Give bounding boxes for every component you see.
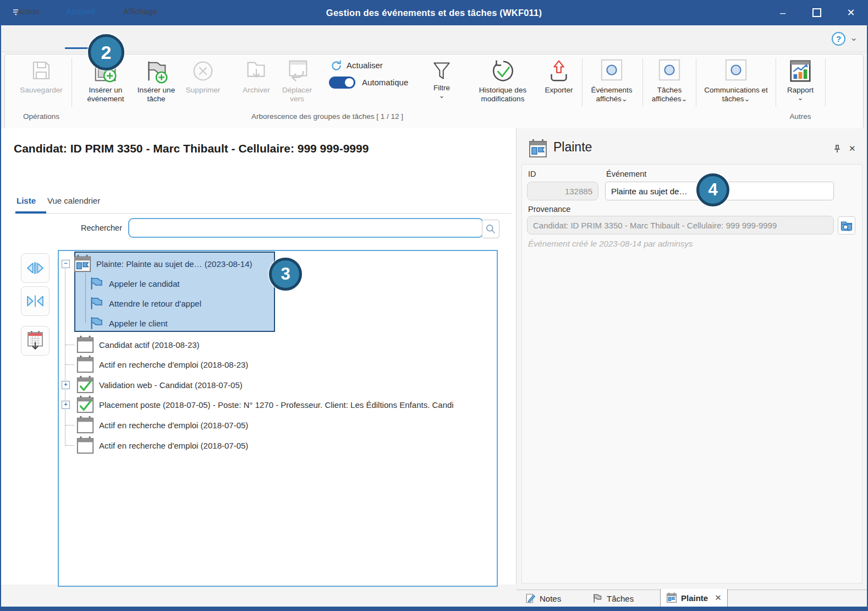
minimize-button[interactable]: – xyxy=(766,0,800,25)
collapse-all-button[interactable] xyxy=(21,286,50,316)
history-icon xyxy=(490,58,516,85)
tree-expand-toggle[interactable]: + xyxy=(62,401,70,409)
expand-horizontal-icon xyxy=(24,257,46,279)
tree-item-task[interactable]: Attendre le retour d'appel xyxy=(88,294,201,313)
ribbon-divider xyxy=(696,58,696,107)
option-icon xyxy=(723,58,749,85)
search-input[interactable] xyxy=(128,218,484,238)
save-button[interactable]: Sauvegarder xyxy=(13,58,70,95)
report-button[interactable]: Rapport ⌄ xyxy=(779,58,822,101)
chevron-down-icon: ⌄ xyxy=(681,95,687,103)
tab-plainte[interactable]: Plainte ✕ xyxy=(660,589,728,607)
refresh-label[interactable]: Actualiser xyxy=(347,61,383,70)
tree-collapse-toggle[interactable]: − xyxy=(62,260,70,268)
menu-tab-affichage[interactable]: Affichage xyxy=(123,7,157,16)
tree-connector-line xyxy=(65,364,74,365)
filter-button[interactable]: Filtre ⌄ xyxy=(425,59,459,99)
provenance-field: Candidat: ID PRIM 3350 - Marc Thibault -… xyxy=(527,216,834,234)
task-flag-icon xyxy=(88,295,105,312)
refresh-icon[interactable] xyxy=(330,59,343,74)
pin-icon[interactable] xyxy=(832,144,843,157)
close-button[interactable]: ✕ xyxy=(834,0,868,25)
search-icon xyxy=(485,223,496,234)
id-label: ID xyxy=(528,170,536,178)
events-shown-button[interactable]: Événements affichés⌄ xyxy=(585,58,638,103)
tree-item-event[interactable]: Actif en recherche d'emploi (2018-08-23) xyxy=(76,355,248,374)
move-to-button[interactable]: Déplacer vers xyxy=(276,58,318,103)
created-note: Événement créé le 2023-08-14 par adminsy… xyxy=(528,239,693,248)
help-icon[interactable]: ? xyxy=(832,32,845,46)
step-badge-4: 4 xyxy=(696,173,729,206)
tab-taches[interactable]: Tâches xyxy=(592,590,634,607)
event-icon xyxy=(76,335,95,354)
search-button[interactable] xyxy=(482,220,499,238)
window-border-bottom xyxy=(0,607,868,611)
ribbon-divider xyxy=(642,58,643,107)
active-view-tab-underline xyxy=(15,211,46,214)
provenance-label: Provenance xyxy=(528,205,570,214)
insert-task-icon xyxy=(143,58,169,85)
maximize-button[interactable] xyxy=(800,0,834,25)
insert-task-button[interactable]: Insérer une tâche xyxy=(134,58,178,103)
tasks-shown-button[interactable]: Tâches affichées⌄ xyxy=(645,58,694,103)
delete-button[interactable]: Supprimer xyxy=(179,58,227,95)
id-field: 132885 xyxy=(527,182,598,200)
chevron-down-icon: ⌄ xyxy=(622,95,628,103)
ribbon-divider xyxy=(825,58,826,107)
folder-search-icon xyxy=(840,219,853,232)
maximize-icon xyxy=(812,8,821,17)
calendar-download-icon xyxy=(24,330,46,352)
chevron-down-icon: ⌄ xyxy=(798,95,804,101)
tab-close-icon[interactable]: ✕ xyxy=(715,593,722,603)
archive-icon xyxy=(244,58,269,85)
menu-tab-accueil[interactable]: Accueil xyxy=(66,7,95,16)
tree-item-event-checked[interactable]: Placement poste (2018-07-05) - Poste: N°… xyxy=(76,395,454,414)
tree-connector-line xyxy=(65,264,65,445)
ribbon-divider xyxy=(776,58,776,107)
chevron-down-icon: ⌄ xyxy=(439,92,445,99)
tree-item-event[interactable]: Candidat actif (2018-08-23) xyxy=(76,335,200,354)
provenance-browse-button[interactable] xyxy=(838,216,855,234)
tab-vue-calendrier[interactable]: Vue calendrier xyxy=(47,196,100,205)
search-label: Rechercher xyxy=(66,223,122,232)
tree-item-event[interactable]: Actif en recherche d'emploi (2018-07-05) xyxy=(76,436,248,455)
option-icon xyxy=(657,58,682,85)
tree-item-event[interactable]: Actif en recherche d'emploi (2018-07-05) xyxy=(76,416,248,434)
app-window: Gestion des événements et des tâches (WK… xyxy=(0,0,868,611)
panel-close-icon[interactable]: ✕ xyxy=(849,144,856,154)
tree-item-plainte[interactable]: Plainte: Plainte au sujet de… (2023-08-1… xyxy=(73,254,252,273)
tree-connector-line xyxy=(65,345,74,345)
step-badge-2: 2 xyxy=(88,34,124,70)
communications-tasks-button[interactable]: Communications et tâches⌄ xyxy=(699,58,773,103)
calendar-export-button[interactable] xyxy=(21,326,50,356)
move-to-icon xyxy=(284,58,310,85)
panel-event-task-icon xyxy=(528,139,548,161)
group-label-others: Autres xyxy=(779,112,822,121)
archive-button[interactable]: Archiver xyxy=(237,58,276,95)
expand-all-button[interactable] xyxy=(21,253,50,283)
toggle-knob xyxy=(345,78,354,87)
tree-item-task[interactable]: Appeler le candidat xyxy=(88,274,179,293)
page-title: Candidat: ID PRIM 3350 - Marc Thibault -… xyxy=(14,142,369,155)
tab-notes[interactable]: Notes xyxy=(525,590,561,607)
tree-connector-line xyxy=(65,425,74,425)
event-check-icon xyxy=(76,395,95,414)
collapse-ribbon-icon[interactable]: ⌄ xyxy=(850,32,858,43)
tab-liste[interactable]: Liste xyxy=(17,196,36,205)
chevron-down-icon: ⌄ xyxy=(744,95,750,103)
filter-icon xyxy=(430,59,453,83)
tab-separator-line xyxy=(14,213,512,214)
tree-expand-toggle[interactable]: + xyxy=(62,381,70,389)
task-flag-icon xyxy=(88,275,105,292)
tree-item-task[interactable]: Appeler le client xyxy=(88,314,168,332)
automatic-toggle[interactable] xyxy=(329,77,355,89)
tree-connector-line xyxy=(65,445,74,446)
tree-item-event-checked[interactable]: Validation web - Candidat (2018-07-05) xyxy=(76,375,243,394)
menu-bar xyxy=(0,25,868,52)
menu-tab-action[interactable]: Action xyxy=(17,7,40,16)
task-flag-icon xyxy=(88,315,105,331)
event-icon xyxy=(76,436,95,455)
export-button[interactable]: Exporter xyxy=(539,58,579,95)
history-button[interactable]: Historique des modifications xyxy=(469,58,537,103)
collapse-horizontal-icon xyxy=(24,290,46,312)
